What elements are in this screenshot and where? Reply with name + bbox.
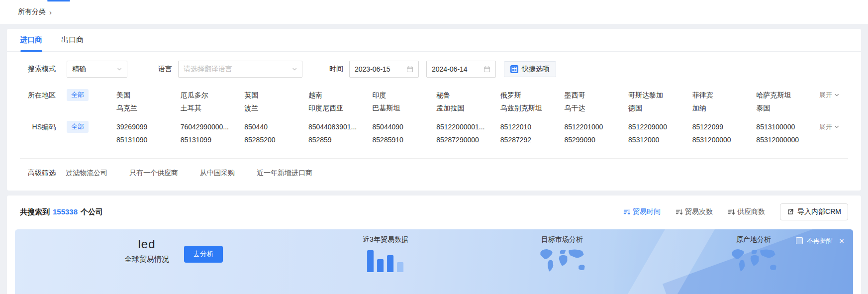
region-option[interactable]: 乌干达 xyxy=(564,101,623,114)
hs-code-option[interactable]: 85285200 xyxy=(244,133,303,146)
region-option[interactable]: 波兰 xyxy=(244,101,303,114)
results-header: 共搜索到155338个公司 贸易时间 贸易次数 供应商数 导入内部CRM xyxy=(7,196,861,225)
tab-bar: 进口商 出口商 xyxy=(7,29,861,52)
region-option[interactable]: 俄罗斯 xyxy=(500,89,560,101)
hs-code-option[interactable]: 8531200000 xyxy=(692,133,752,146)
hs-code-option[interactable]: 85312000000 xyxy=(756,133,815,146)
sort-trade-time-label: 贸易时间 xyxy=(633,207,661,216)
chevron-down-icon xyxy=(834,124,839,129)
feature-target-market: 目标市场分析 xyxy=(536,235,588,276)
region-option[interactable]: 厄瓜多尔 xyxy=(181,89,240,101)
bar-chart-icon xyxy=(363,248,408,272)
hs-code-option[interactable]: 85287290000 xyxy=(436,133,495,146)
tab-exporters-label: 出口商 xyxy=(61,35,84,45)
region-option[interactable]: 秘鲁 xyxy=(436,89,495,101)
region-option[interactable]: 孟加拉国 xyxy=(436,101,495,114)
sort-supplier-count[interactable]: 供应商数 xyxy=(728,207,765,216)
advanced-filter-option[interactable]: 近一年新增进口商 xyxy=(257,169,312,178)
advanced-filter-option[interactable]: 从中国采购 xyxy=(200,169,235,178)
start-date-input[interactable]: 2023-06-15 xyxy=(349,61,419,78)
advanced-filter-option[interactable]: 过滤物流公司 xyxy=(66,169,107,178)
region-option[interactable]: 巴基斯坦 xyxy=(373,101,432,114)
region-option[interactable]: 英国 xyxy=(244,89,303,101)
hs-code-option[interactable]: 85131090 xyxy=(116,133,176,146)
hs-code-options: 3926909976042990000...85044085044083901.… xyxy=(116,120,815,146)
breadcrumb-bar: 所有分类 › xyxy=(0,0,868,24)
region-option[interactable]: 乌克兰 xyxy=(116,101,176,114)
hs-code-option[interactable]: 85131099 xyxy=(181,133,240,146)
region-option[interactable]: 哈萨克斯坦 xyxy=(756,89,815,101)
region-option[interactable]: 德国 xyxy=(628,101,687,114)
hs-code-option[interactable]: 85044083901... xyxy=(308,120,368,133)
calendar-icon xyxy=(483,66,490,73)
hs-code-filter-row: HS编码 全部 3926909976042990000...8504408504… xyxy=(7,120,861,146)
feature-trade-data: 近3年贸易数据 xyxy=(363,235,408,272)
advanced-filter-row: 高级筛选 过滤物流公司只有一个供应商从中国采购近一年新增进口商 xyxy=(7,159,861,191)
hs-code-option[interactable]: 85287292 xyxy=(500,133,560,146)
sort-trade-count-label: 贸易次数 xyxy=(685,207,713,216)
hs-code-option[interactable]: 85122000001... xyxy=(436,120,495,133)
chevron-down-icon xyxy=(117,67,122,72)
region-option[interactable]: 乌兹别克斯坦 xyxy=(500,101,560,114)
hs-code-option[interactable]: 85299090 xyxy=(564,133,623,146)
region-option[interactable]: 印度 xyxy=(373,89,432,101)
hs-code-option[interactable]: 85122099 xyxy=(692,120,752,133)
analyze-button[interactable]: 去分析 xyxy=(184,246,223,263)
hs-code-expand-label: 展开 xyxy=(819,120,832,133)
region-expand-label: 展开 xyxy=(819,89,832,101)
region-option[interactable]: 哥斯达黎加 xyxy=(628,89,687,101)
close-icon[interactable]: × xyxy=(839,237,844,245)
feature-target-market-title: 目标市场分析 xyxy=(536,235,588,244)
region-all-tag[interactable]: 全部 xyxy=(67,89,89,101)
chevron-down-icon xyxy=(834,93,839,98)
region-option[interactable]: 墨西哥 xyxy=(564,89,623,101)
calendar-icon xyxy=(406,66,413,73)
hs-code-option[interactable]: 8512209000 xyxy=(628,120,687,133)
hs-code-option[interactable]: 85122010 xyxy=(500,120,560,133)
region-option[interactable]: 菲律宾 xyxy=(692,89,752,101)
search-mode-select[interactable]: 精确 xyxy=(67,61,127,78)
sort-trade-count[interactable]: 贸易次数 xyxy=(675,207,713,216)
quick-options-button[interactable]: 快捷选项 xyxy=(504,61,556,77)
hs-code-option[interactable]: 85044090 xyxy=(373,120,432,133)
sort-trade-time[interactable]: 贸易时间 xyxy=(623,207,661,216)
results-count-prefix: 共搜索到 xyxy=(20,207,50,216)
region-option[interactable]: 印度尼西亚 xyxy=(308,101,368,114)
breadcrumb-all-categories[interactable]: 所有分类 xyxy=(18,7,46,16)
region-expand-link[interactable]: 展开 xyxy=(819,89,854,101)
language-label: 语言 xyxy=(158,65,172,74)
hs-code-option[interactable]: 85312000 xyxy=(628,133,687,146)
region-option[interactable]: 美国 xyxy=(116,89,176,101)
region-option[interactable]: 越南 xyxy=(308,89,368,101)
advanced-filter-option[interactable]: 只有一个供应商 xyxy=(129,169,178,178)
language-select[interactable]: 请选择翻译语言 xyxy=(178,61,302,78)
banner-subtitle: 全球贸易情况 xyxy=(124,255,169,264)
hs-code-option[interactable]: 852859 xyxy=(308,133,368,146)
hs-code-option[interactable]: 8512201000 xyxy=(564,120,623,133)
hs-code-option[interactable]: 76042990000... xyxy=(181,120,240,133)
sort-icon xyxy=(728,208,735,215)
region-option[interactable]: 泰国 xyxy=(756,101,815,114)
tab-importers[interactable]: 进口商 xyxy=(20,29,42,51)
hs-code-all-tag[interactable]: 全部 xyxy=(67,121,89,133)
analysis-banner: led 全球贸易情况 去分析 近3年贸易数据 目标市场分析 原产地分析 不再提醒… xyxy=(15,229,853,294)
hs-code-option[interactable]: 85285910 xyxy=(373,133,432,146)
results-count-number: 155338 xyxy=(53,207,78,216)
region-option[interactable]: 土耳其 xyxy=(181,101,240,114)
hs-code-option[interactable]: 8513100000 xyxy=(756,120,815,133)
import-crm-button[interactable]: 导入内部CRM xyxy=(780,203,848,220)
tab-exporters[interactable]: 出口商 xyxy=(61,29,84,51)
region-option[interactable]: 加纳 xyxy=(692,101,752,114)
hs-code-option[interactable]: 39269099 xyxy=(116,120,176,133)
dismiss-checkbox[interactable] xyxy=(796,237,803,244)
sort-icon xyxy=(675,208,682,215)
hs-code-option[interactable]: 850440 xyxy=(244,120,303,133)
end-date-input[interactable]: 2024-06-14 xyxy=(426,61,496,78)
hs-code-expand-link[interactable]: 展开 xyxy=(819,120,854,133)
filter-row: 搜索模式 精确 语言 请选择翻译语言 时间 2023-06-15 2024-06… xyxy=(7,61,861,78)
dismiss-label: 不再提醒 xyxy=(807,236,833,245)
quick-options-label: 快捷选项 xyxy=(522,65,550,74)
banner-dismiss: 不再提醒 × xyxy=(796,236,844,245)
region-options: 美国厄瓜多尔英国越南印度秘鲁俄罗斯墨西哥哥斯达黎加菲律宾哈萨克斯坦 乌克兰土耳其… xyxy=(116,89,815,114)
search-mode-label: 搜索模式 xyxy=(20,65,56,74)
